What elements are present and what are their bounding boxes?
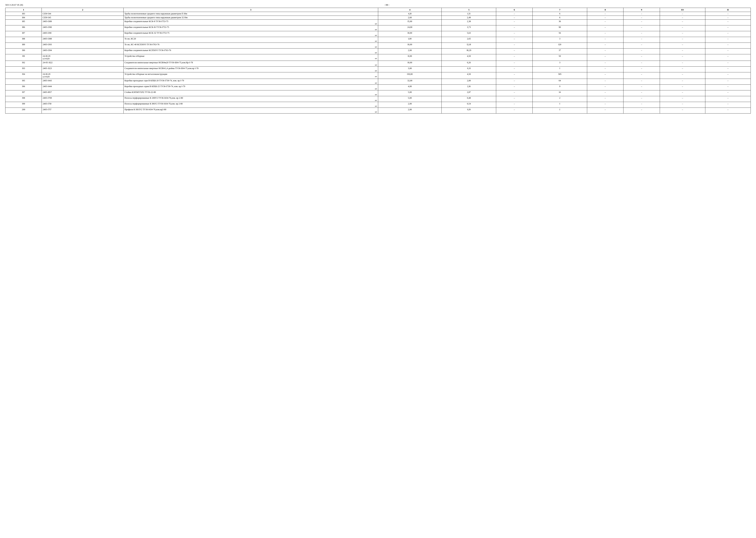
cell-0-col7: 6 bbox=[533, 12, 587, 16]
table-row: I83CI59-544Трубы полиэтиленовые среднего… bbox=[5, 12, 751, 16]
cell-4-col2: 2405-I39I bbox=[42, 31, 124, 37]
cell-13-col11: – bbox=[705, 84, 751, 90]
cell-12-col5: 2,00 bbox=[442, 79, 496, 84]
table-row: I982405-I709Полосы перфорированные К 200… bbox=[5, 96, 751, 102]
cell-6-col5: I2,0I bbox=[442, 43, 496, 48]
cell-3-col10: – bbox=[660, 26, 705, 31]
cell-7-col2: 2405-I394 bbox=[42, 48, 124, 54]
cell-0-col10: – bbox=[660, 12, 705, 16]
cell-6-col2: 2405-I393 bbox=[42, 43, 124, 48]
cell-6-col8: – bbox=[587, 43, 623, 48]
cell-6-col6: – bbox=[496, 43, 533, 48]
cell-14-col4: 5,00 bbox=[378, 90, 442, 96]
unit-label: шт bbox=[124, 88, 377, 90]
cell-14-col10: – bbox=[660, 90, 705, 96]
cell-8-col10: – bbox=[660, 54, 705, 61]
cell-4-col6: – bbox=[496, 31, 533, 37]
cell-16-col1: I99 bbox=[5, 102, 42, 108]
th-col6: 6 bbox=[496, 8, 533, 12]
cell-2-col4: I5,00 bbox=[378, 20, 442, 26]
cell-10-col10: – bbox=[660, 67, 705, 72]
cell-1-col2: CI59-545 bbox=[42, 16, 124, 20]
table-row: I84CI59-545Трубы полиэтиленовые среднего… bbox=[5, 16, 751, 20]
cell-7-col7: 37 bbox=[533, 48, 587, 54]
table-row: I962405-I444Коробки проходные серии В КП… bbox=[5, 84, 751, 90]
cell-11-col6: – bbox=[496, 72, 533, 79]
unit-label: шт bbox=[124, 105, 377, 107]
cell-2-col3: Коробки соединительные КСК-8 ТУ36-I753-7… bbox=[123, 20, 378, 26]
cell-17-col3: Профили К I0I/IУ2 ТУ36-I434-76,изм.нр2-8… bbox=[123, 108, 378, 114]
cell-13-col1: I96 bbox=[5, 84, 42, 90]
cell-5-col8: – bbox=[587, 37, 623, 43]
cell-9-col9: – bbox=[623, 61, 660, 67]
cell-11-col11: – bbox=[705, 72, 751, 79]
cell-7-col5: I8,29 bbox=[442, 48, 496, 54]
cell-5-col4: I,00 bbox=[378, 37, 442, 43]
cell-1-col4: 2,60 bbox=[378, 16, 442, 20]
cell-13-col10: – bbox=[660, 84, 705, 90]
cell-6-col11: – bbox=[705, 43, 751, 48]
cell-10-col11: – bbox=[705, 67, 751, 72]
cell-6-col3: То же, КС-40 КСП30УI ТУ36-I763-76шт bbox=[123, 43, 378, 48]
cell-17-col4: 2,00 bbox=[378, 108, 442, 114]
cell-2-col10: – bbox=[660, 20, 705, 26]
cell-15-col1: I98 bbox=[5, 96, 42, 102]
cell-4-col8: – bbox=[587, 31, 623, 37]
cell-11-col1: I94 bbox=[5, 72, 42, 79]
unit-label: шт bbox=[124, 70, 377, 72]
cell-11-col8: – bbox=[587, 72, 623, 79]
table-row: I862405-I390Коробки соединительные КСК-I… bbox=[5, 26, 751, 31]
cell-13-col2: 2405-I444 bbox=[42, 84, 124, 90]
cell-17-col1: 200 bbox=[5, 108, 42, 114]
th-col5: 5 bbox=[442, 8, 496, 12]
cell-15-col11: – bbox=[705, 96, 751, 102]
page-header: 503-3-20.67 IX (II) - I8I - bbox=[5, 4, 751, 6]
cell-8-col9: – bbox=[623, 54, 660, 61]
cell-13-col9: – bbox=[623, 84, 660, 90]
cell-2-col6: – bbox=[496, 20, 533, 26]
unit-label: шт bbox=[124, 46, 377, 48]
cell-14-col9: – bbox=[623, 90, 660, 96]
table-row: I872405-I39IКоробки соединительные КСК-3… bbox=[5, 31, 751, 37]
cell-14-col2: 2405-I857 bbox=[42, 90, 124, 96]
cell-14-col3: Стойки К305МУХП2 ТУ36-22-80шт bbox=[123, 90, 378, 96]
cell-15-col10: – bbox=[660, 96, 705, 102]
unit-label: шт bbox=[124, 99, 377, 101]
th-col2: 2 bbox=[42, 8, 124, 12]
unit-label: шт bbox=[124, 93, 377, 95]
cell-10-col3: Соединители ниппельные ввертные НCBI4.I,… bbox=[123, 67, 378, 72]
unit-label: шт bbox=[124, 52, 377, 54]
cell-15-col7: 2 bbox=[533, 96, 587, 102]
table-row: I952405-I443Коробки проходные сери В КПШ… bbox=[5, 79, 751, 84]
cell-15-col4: 5,00 bbox=[378, 96, 442, 102]
table-row: I992405-I7I0Полосы перфорированные К I06… bbox=[5, 102, 751, 108]
cell-9-col6: – bbox=[496, 61, 533, 67]
cell-13-col5: 2,I6 bbox=[442, 84, 496, 90]
cell-11-col10: – bbox=[660, 72, 705, 79]
cell-13-col7: 9 bbox=[533, 84, 587, 90]
cell-11-col3: Устройства отборные на металлоконструкци… bbox=[123, 72, 378, 79]
table-row: I882405-I388То же, КС20штI,002,65–3–––– bbox=[5, 37, 751, 43]
page-number: - I8I - bbox=[384, 4, 390, 6]
unit-label: шт bbox=[124, 40, 377, 42]
cell-10-col9: – bbox=[623, 67, 660, 72]
cell-5-col1: I88 bbox=[5, 37, 42, 43]
cell-16-col5: 0,54 bbox=[442, 102, 496, 108]
cell-9-col2: 24-05-3I22 bbox=[42, 61, 124, 67]
th-col4: 4 bbox=[378, 8, 442, 12]
cell-8-col1: I9I bbox=[5, 54, 42, 61]
cell-12-col7: 64 bbox=[533, 79, 587, 84]
cell-5-col6: – bbox=[496, 37, 533, 43]
cell-15-col3: Полосы перфорированные К 200У2 ТУ36-I434… bbox=[123, 96, 378, 102]
cell-7-col3: Коробки соединительные КСП50УI ТУ36-I763… bbox=[123, 48, 378, 54]
cell-13-col6: – bbox=[496, 84, 533, 90]
th-col8: 8 bbox=[587, 8, 623, 12]
cell-0-col6: – bbox=[496, 12, 533, 16]
cell-4-col11: – bbox=[705, 31, 751, 37]
cell-9-col11: – bbox=[705, 61, 751, 67]
cell-6-col4: I0,00 bbox=[378, 43, 442, 48]
cell-3-col7: 90 bbox=[533, 26, 587, 31]
cell-11-col7: 585 bbox=[533, 72, 587, 79]
cell-5-col7: 3 bbox=[533, 37, 587, 43]
cell-0-col2: CI59-544 bbox=[42, 12, 124, 16]
